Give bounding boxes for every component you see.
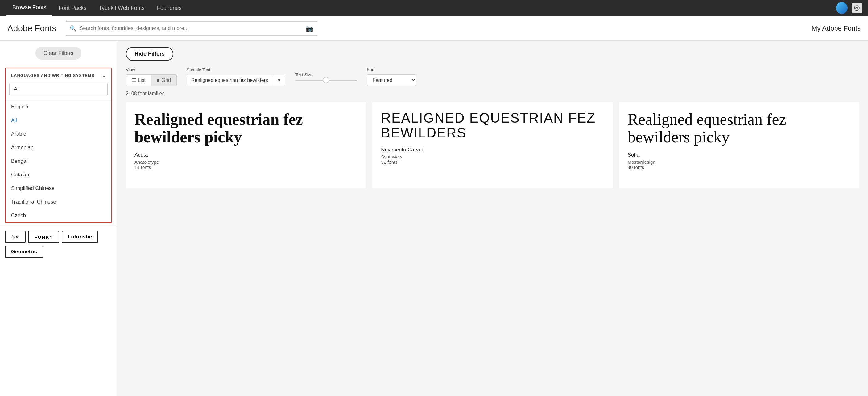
creative-cloud-icon[interactable] xyxy=(852,3,862,13)
font-preview-acuta: Realigned equestrian fez bewilders picky xyxy=(134,111,358,146)
font-preview-sofia: Realigned equestrian fez bewilders picky xyxy=(628,111,851,146)
font-foundry-sofia: Mostardesign xyxy=(628,160,851,165)
font-grid: Realigned equestrian fez bewilders picky… xyxy=(126,102,859,189)
font-name-sofia: Sofia xyxy=(628,152,851,158)
dropdown-item-catalan[interactable]: Catalan xyxy=(5,168,111,181)
sort-select[interactable]: Featured Newest Trending Name xyxy=(367,75,416,86)
top-nav-links: Browse Fonts Font Packs Typekit Web Font… xyxy=(6,0,188,16)
nav-font-packs[interactable]: Font Packs xyxy=(53,1,93,16)
header: Adobe Fonts 🔍 📷 My Adobe Fonts xyxy=(0,16,868,41)
sample-text-wrapper: ▼ xyxy=(187,75,285,86)
tag-geometric-button[interactable]: Geometric xyxy=(5,246,43,258)
grid-view-button[interactable]: ■ Grid xyxy=(151,75,177,86)
font-card-novecento: REALIGNED EQUESTRIAN FEZ BEWILDERS Novec… xyxy=(372,102,613,189)
language-filter-section: LANGUAGES AND WRITING SYSTEMS ⌄ All Engl… xyxy=(5,68,112,223)
language-select[interactable]: All xyxy=(9,83,107,95)
view-control-group: View ☰ List ■ Grid xyxy=(126,67,177,86)
language-filter-header[interactable]: LANGUAGES AND WRITING SYSTEMS ⌄ xyxy=(5,68,111,83)
dropdown-item-czech[interactable]: Czech xyxy=(5,209,111,222)
search-input[interactable] xyxy=(80,25,306,31)
list-view-button[interactable]: ☰ List xyxy=(126,75,151,86)
nav-foundries[interactable]: Foundries xyxy=(151,1,188,16)
font-count-acuta: 14 fonts xyxy=(134,165,358,170)
search-icon: 🔍 xyxy=(70,25,76,32)
dropdown-item-traditional-chinese[interactable]: Traditional Chinese xyxy=(5,195,111,209)
chevron-down-icon: ⌄ xyxy=(102,73,106,79)
language-dropdown-list: English All Arabic Armenian Bengali Cata… xyxy=(5,100,111,222)
tag-funky-button[interactable]: FUNKY xyxy=(28,231,59,243)
sample-text-label: Sample Text xyxy=(187,67,285,72)
sidebar: Clear Filters LANGUAGES AND WRITING SYST… xyxy=(0,41,117,396)
nav-browse-fonts[interactable]: Browse Fonts xyxy=(6,0,53,16)
font-preview-novecento: REALIGNED EQUESTRIAN FEZ BEWILDERS xyxy=(381,111,604,141)
language-select-wrapper: All xyxy=(5,83,111,100)
font-card-sofia: Realigned equestrian fez bewilders picky… xyxy=(619,102,859,189)
main-container: Clear Filters LANGUAGES AND WRITING SYST… xyxy=(0,41,868,396)
list-icon: ☰ xyxy=(132,77,136,83)
text-size-slider xyxy=(295,80,357,81)
sample-text-dropdown-arrow[interactable]: ▼ xyxy=(273,75,285,85)
grid-icon: ■ xyxy=(157,78,160,83)
camera-icon[interactable]: 📷 xyxy=(306,25,313,32)
dropdown-item-all[interactable]: All xyxy=(5,114,111,127)
adobe-fonts-logo: Adobe Fonts xyxy=(7,24,57,33)
list-view-label: List xyxy=(138,78,146,83)
font-foundry-novecento: Synthview xyxy=(381,154,604,160)
controls-row: View ☰ List ■ Grid Sample Text xyxy=(126,67,859,86)
grid-view-label: Grid xyxy=(162,78,171,83)
dropdown-item-simplified-chinese[interactable]: Simplified Chinese xyxy=(5,181,111,195)
font-count: 2108 font families xyxy=(126,91,859,96)
clear-filters-button[interactable]: Clear Filters xyxy=(35,47,82,60)
tag-fun-button[interactable]: Fun xyxy=(5,231,26,243)
font-count-sofia: 40 fonts xyxy=(628,165,851,170)
dropdown-item-armenian[interactable]: Armenian xyxy=(5,141,111,154)
hide-filters-button[interactable]: Hide Filters xyxy=(126,47,173,61)
font-card-acuta: Realigned equestrian fez bewilders picky… xyxy=(126,102,366,189)
font-name-acuta: Acuta xyxy=(134,152,358,158)
my-adobe-fonts-link[interactable]: My Adobe Fonts xyxy=(811,24,861,32)
sort-label: Sort xyxy=(367,67,416,72)
font-name-novecento: Novecento Carved xyxy=(381,147,604,153)
search-bar: 🔍 📷 xyxy=(65,21,318,35)
tag-futuristic-button[interactable]: Futuristic xyxy=(62,231,98,243)
sidebar-top: Clear Filters xyxy=(0,47,117,64)
top-nav-right xyxy=(836,2,862,14)
sample-text-control-group: Sample Text ▼ xyxy=(187,67,285,86)
avatar[interactable] xyxy=(836,2,848,14)
top-nav: Browse Fonts Font Packs Typekit Web Font… xyxy=(0,0,868,16)
dropdown-item-bengali[interactable]: Bengali xyxy=(5,154,111,168)
view-toggle: ☰ List ■ Grid xyxy=(126,75,177,86)
sort-control-group: Sort Featured Newest Trending Name xyxy=(367,67,416,86)
content-area: Hide Filters View ☰ List ■ Grid xyxy=(117,41,868,396)
font-foundry-acuta: Anatoletype xyxy=(134,160,358,165)
slider-track xyxy=(295,80,357,81)
dropdown-item-arabic[interactable]: Arabic xyxy=(5,127,111,141)
font-count-novecento: 32 fonts xyxy=(381,160,604,165)
tag-section: Fun FUNKY Futuristic Geometric xyxy=(0,226,117,262)
dropdown-item-english[interactable]: English xyxy=(5,100,111,114)
text-size-control-group: Text Size xyxy=(295,72,357,81)
language-filter-title: LANGUAGES AND WRITING SYSTEMS xyxy=(11,73,94,78)
sample-text-input[interactable] xyxy=(187,75,273,86)
nav-typekit-web-fonts[interactable]: Typekit Web Fonts xyxy=(93,1,151,16)
view-label: View xyxy=(126,67,177,72)
slider-thumb[interactable] xyxy=(323,77,330,83)
